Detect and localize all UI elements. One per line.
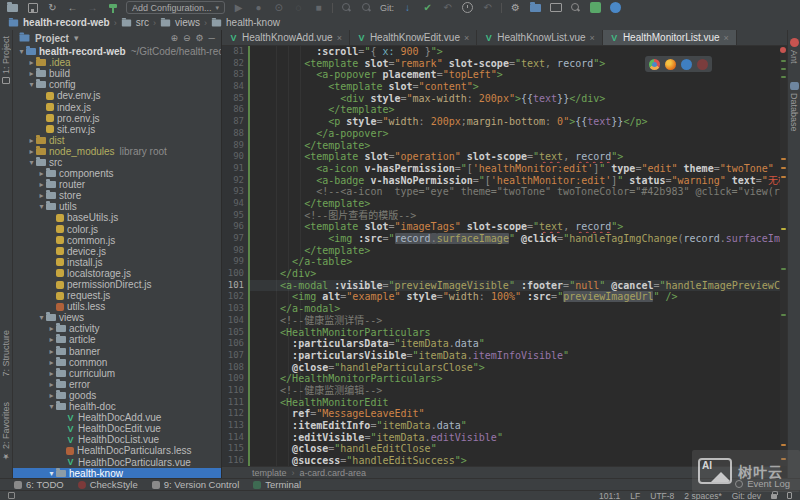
tree-item-goods[interactable]: ▸goods [13, 390, 221, 401]
edge-icon[interactable] [681, 59, 692, 70]
expand-arrow-icon[interactable]: ▸ [47, 380, 56, 389]
expand-arrow-icon[interactable]: ▸ [37, 180, 46, 189]
caret-position[interactable]: 101:1 [599, 491, 620, 500]
stripe-mark[interactable] [781, 444, 786, 446]
expand-arrow-icon[interactable]: ▾ [47, 402, 56, 411]
stripe-mark[interactable] [781, 60, 786, 62]
firefox-icon[interactable] [665, 59, 676, 70]
tree-item-.idea[interactable]: ▸.idea [13, 57, 221, 68]
expand-arrow-icon[interactable]: ▸ [37, 169, 46, 178]
tree-item-device.js[interactable]: device.js [13, 246, 221, 257]
find-icon[interactable] [360, 1, 373, 14]
lock-icon[interactable] [771, 494, 777, 499]
panel-settings-icon[interactable]: ⚙ [196, 33, 204, 43]
profiler-icon[interactable]: ◌ [292, 1, 305, 14]
tree-item-dist[interactable]: ▸dist [13, 135, 221, 146]
chrome-icon[interactable] [649, 59, 660, 70]
open-folder-icon[interactable] [6, 1, 19, 14]
tree-item-curriculum[interactable]: ▸curriculum [13, 368, 221, 379]
tree-item-error[interactable]: ▸error [13, 379, 221, 390]
expand-arrow-icon[interactable]: ▸ [37, 191, 46, 200]
toolwindow-toggle-icon[interactable] [8, 492, 15, 499]
stripe-mark[interactable] [781, 176, 786, 178]
expand-arrow-icon[interactable]: ▸ [27, 69, 36, 78]
stripe-mark[interactable] [781, 167, 786, 169]
tree-item-health-record-web[interactable]: ▾health-record-web~/GitCode/health-recor… [13, 46, 221, 57]
tree-item-HealthDocParticulars.vue[interactable]: VHealthDocParticulars.vue [13, 456, 221, 467]
chevron-down-icon[interactable]: ▾ [74, 33, 79, 43]
tool-button-9-version-control[interactable]: 9: Version Control [152, 479, 240, 490]
tree-item-permissionDirect.js[interactable]: permissionDirect.js [13, 279, 221, 290]
tree-item-baseUtils.js[interactable]: baseUtils.js [13, 212, 221, 223]
tree-item-utils.less[interactable]: utils.less [13, 301, 221, 312]
tool-button-ant[interactable]: Ant [789, 38, 799, 64]
tree-item-router[interactable]: ▸router [13, 179, 221, 190]
close-icon[interactable]: × [464, 33, 469, 43]
tree-item-common.js[interactable]: common.js [13, 235, 221, 246]
tree-item-dev.env.js[interactable]: dev.env.js [13, 90, 221, 101]
expand-arrow-icon[interactable]: ▾ [37, 202, 46, 211]
stripe-mark[interactable] [781, 228, 786, 230]
tree-item-utils[interactable]: ▾utils [13, 201, 221, 212]
tool-button-database[interactable]: Database [789, 82, 799, 132]
close-icon[interactable]: × [724, 33, 729, 43]
plugin-green-icon[interactable] [589, 1, 602, 14]
breadcrumb-template[interactable]: template [252, 468, 287, 478]
tool-button-project[interactable]: 1: Project [1, 36, 11, 84]
expand-arrow-icon[interactable]: ▾ [37, 313, 46, 322]
breadcrumb-src[interactable]: src [121, 17, 149, 28]
stripe-mark[interactable] [781, 314, 786, 316]
tree-item-index.js[interactable]: index.js [13, 101, 221, 112]
run-icon[interactable]: ▶ [232, 1, 245, 14]
tree-item-sit.env.js[interactable]: sit.env.js [13, 124, 221, 135]
tree-item-request.js[interactable]: request.js [13, 290, 221, 301]
git-revert-icon[interactable]: ↶ [441, 1, 454, 14]
build-hammer-icon[interactable] [106, 1, 119, 14]
debug-icon[interactable]: ● [252, 1, 265, 14]
tool-button-structure[interactable]: 7: Structure [1, 330, 11, 377]
tree-item-HealthDocAdd.vue[interactable]: VHealthDocAdd.vue [13, 412, 221, 423]
tree-item-install.js[interactable]: install.js [13, 257, 221, 268]
tree-item-pro.env.js[interactable]: pro.env.js [13, 113, 221, 124]
tree-item-health-doc[interactable]: ▾health-doc [13, 401, 221, 412]
expand-arrow-icon[interactable]: ▸ [47, 335, 56, 344]
expand-arrow-icon[interactable]: ▸ [47, 358, 56, 367]
tree-item-localstorage.js[interactable]: localstorage.js [13, 268, 221, 279]
stripe-mark[interactable] [781, 158, 786, 160]
tree-item-node_modules[interactable]: ▸node_moduleslibrary root [13, 146, 221, 157]
locate-icon[interactable]: ⊕ [170, 33, 178, 43]
tool-button-checkstyle[interactable]: CheckStyle [78, 479, 138, 490]
breadcrumb-health-record-web[interactable]: health-record-web [8, 17, 110, 28]
collapse-all-icon[interactable]: ⊖ [183, 33, 191, 43]
tree-item-store[interactable]: ▸store [13, 190, 221, 201]
line-separator[interactable]: LF [630, 491, 640, 500]
settings-wrench-icon[interactable]: ⚙ [509, 1, 522, 14]
tab-HealthKnowAdd.vue[interactable]: VHealthKnowAdd.vue× [222, 30, 350, 45]
hide-panel-icon[interactable]: ─ [209, 33, 215, 43]
tree-item-HealthDocList.vue[interactable]: VHealthDocList.vue [13, 434, 221, 445]
tree-item-common[interactable]: ▸common [13, 357, 221, 368]
tree-item-HealthDocEdit.vue[interactable]: VHealthDocEdit.vue [13, 423, 221, 434]
tree-item-color.js[interactable]: color.js [13, 224, 221, 235]
tool-button-favorites[interactable]: ★ 2: Favorites [1, 402, 11, 461]
expand-arrow-icon[interactable]: ▾ [27, 158, 36, 167]
tool-button-terminal[interactable]: Terminal [253, 479, 301, 490]
reader-mode-icon[interactable] [787, 492, 792, 499]
tab-HealthKnowList.vue[interactable]: VHealthKnowList.vue× [477, 30, 603, 45]
plugin-blue-icon[interactable] [609, 1, 622, 14]
expand-arrow-icon[interactable]: ▾ [27, 80, 36, 89]
git-commit-icon[interactable]: ✔ [421, 1, 434, 14]
run-configuration-combo[interactable]: Add Configuration... ▾ [126, 1, 225, 14]
expand-arrow-icon[interactable]: ▸ [47, 347, 56, 356]
save-all-icon[interactable] [26, 1, 39, 14]
file-encoding[interactable]: UTF-8 [650, 491, 674, 500]
tree-item-article[interactable]: ▸article [13, 334, 221, 345]
analyzer-error-indicator[interactable] [780, 47, 786, 53]
window-layout-icon[interactable] [549, 1, 562, 14]
tab-HealthMonitorList.vue[interactable]: VHealthMonitorList.vue× [603, 30, 737, 45]
close-icon[interactable]: × [337, 33, 342, 43]
git-update-icon[interactable]: ↓ [401, 1, 414, 14]
stop-icon[interactable]: ■ [312, 1, 325, 14]
tree-item-src[interactable]: ▾src [13, 157, 221, 168]
expand-arrow-icon[interactable]: ▸ [27, 136, 36, 145]
